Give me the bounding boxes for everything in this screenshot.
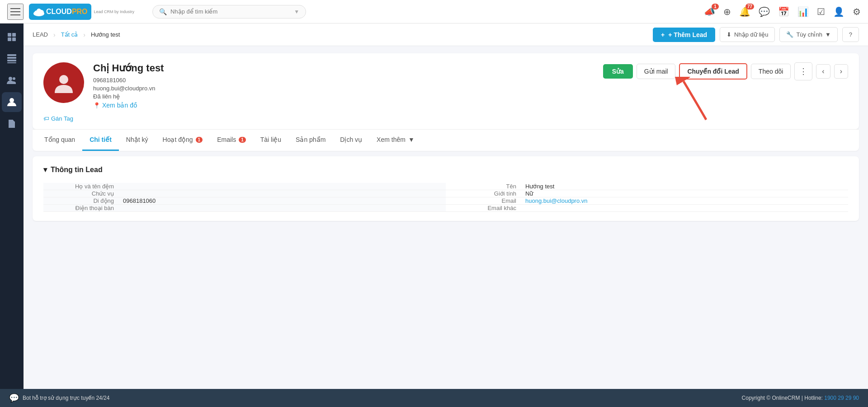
info-right-col: Tên Hướng test Giới tính Nữ Email huong.… bbox=[446, 183, 848, 212]
breadcrumb-actions: + + Thêm Lead ⬇ Nhập dữ liệu 🔧 Tùy chỉnh… bbox=[653, 27, 859, 42]
calendar-button[interactable]: 📅 bbox=[778, 6, 789, 17]
info-left-col: Họ và tên đệm Chức vụ Di động 0968181060… bbox=[43, 183, 446, 212]
label-gioi-tinh: Giới tính bbox=[453, 190, 525, 197]
top-navigation: CLOUDPRO Lead CRM by Industry 🔍 ▼ 📣 1 ⊕ … bbox=[0, 0, 868, 23]
svg-rect-9 bbox=[7, 57, 16, 59]
search-icon: 🔍 bbox=[159, 8, 167, 15]
import-button[interactable]: ⬇ Nhập dữ liệu bbox=[720, 27, 775, 42]
tab-hoatdong[interactable]: Hoạt động 1 bbox=[156, 130, 210, 151]
tab-tailieu[interactable]: Tài liệu bbox=[253, 130, 288, 151]
svg-point-14 bbox=[9, 98, 14, 103]
value-email[interactable]: huong.bui@cloudpro.vn bbox=[525, 197, 588, 204]
edit-button[interactable]: Sửa bbox=[603, 64, 633, 79]
tab-emails[interactable]: Emails 1 bbox=[210, 130, 253, 151]
map-label[interactable]: Xem bản đồ bbox=[102, 102, 137, 109]
main-content: LEAD › Tất cả › Hướng test + + Thêm Lead… bbox=[24, 23, 868, 389]
search-bar: 🔍 ▼ bbox=[152, 5, 306, 19]
svg-point-12 bbox=[9, 77, 12, 80]
profile-card: Chị Hướng test 0968181060 huong.bui@clou… bbox=[33, 53, 859, 129]
tasks-button[interactable]: ☑ bbox=[817, 6, 825, 17]
next-button[interactable]: › bbox=[834, 64, 848, 79]
tab-bar: Tổng quan Chi tiết Nhật ký Hoạt động 1 E… bbox=[33, 129, 859, 151]
follow-button[interactable]: Theo dõi bbox=[751, 64, 791, 79]
bell-badge: 77 bbox=[745, 4, 754, 9]
sidebar-item-dashboard[interactable] bbox=[2, 27, 22, 47]
add-button[interactable]: ⊕ bbox=[723, 6, 731, 17]
tab-sanpham[interactable]: Sản phẩm bbox=[288, 130, 333, 151]
tag-button[interactable]: 🏷 Gán Tag bbox=[43, 115, 848, 122]
megaphone-badge: 1 bbox=[712, 4, 719, 9]
convert-lead-button[interactable]: Chuyển đổi Lead bbox=[679, 63, 747, 80]
xemthem-dropdown-icon: ▼ bbox=[408, 136, 415, 143]
value-di-dong: 0968181060 bbox=[123, 197, 156, 204]
tab-xemthem[interactable]: Xem thêm ▼ bbox=[369, 130, 422, 151]
tab-hoatdong-badge: 1 bbox=[196, 137, 203, 143]
help-label: ? bbox=[849, 31, 852, 38]
info-row-chuc-vu: Chức vụ bbox=[43, 190, 446, 197]
megaphone-button[interactable]: 📣 1 bbox=[704, 6, 715, 17]
avatar bbox=[43, 62, 84, 103]
info-row-email: Email huong.bui@cloudpro.vn bbox=[446, 197, 848, 205]
label-dien-thoai: Điện thoại bàn bbox=[51, 205, 123, 211]
profile-phone: 0968181060 bbox=[93, 77, 603, 84]
sidebar-item-documents[interactable] bbox=[2, 114, 22, 134]
tag-area: 🏷 Gán Tag bbox=[43, 115, 848, 122]
more-options-button[interactable]: ⋮ bbox=[794, 62, 812, 80]
map-icon: 📍 bbox=[93, 102, 100, 109]
sidebar-item-grid[interactable] bbox=[2, 49, 22, 69]
logo-text: CLOUDPRO bbox=[46, 8, 88, 16]
customize-label: Tùy chỉnh bbox=[796, 31, 822, 38]
breadcrumb-current: Hướng test bbox=[91, 31, 120, 38]
settings-button[interactable]: ⚙ bbox=[853, 6, 861, 17]
label-chuc-vu: Chức vụ bbox=[51, 190, 123, 197]
search-input[interactable] bbox=[170, 8, 291, 15]
profile-map: 📍 Xem bản đồ bbox=[93, 102, 603, 109]
profile-status: Đã liên hệ bbox=[93, 93, 603, 100]
help-button[interactable]: ? bbox=[842, 27, 859, 42]
svg-point-13 bbox=[13, 77, 15, 80]
cloud-icon bbox=[33, 5, 45, 18]
breadcrumb-root: LEAD bbox=[33, 31, 48, 38]
profile-info: Chị Hướng test 0968181060 huong.bui@clou… bbox=[93, 62, 603, 109]
prev-button[interactable]: ‹ bbox=[816, 64, 830, 79]
chart-button[interactable]: 📊 bbox=[797, 6, 809, 17]
svg-rect-7 bbox=[12, 37, 16, 41]
user-button[interactable]: 👤 bbox=[833, 6, 844, 17]
logo-subtitle: Lead CRM by Industry bbox=[94, 9, 135, 14]
tab-tongquan[interactable]: Tổng quan bbox=[37, 130, 82, 151]
svg-rect-10 bbox=[7, 60, 16, 61]
value-gioi-tinh: Nữ bbox=[525, 190, 533, 197]
bell-button[interactable]: 🔔 77 bbox=[739, 6, 750, 17]
search-dropdown-icon[interactable]: ▼ bbox=[294, 9, 299, 15]
label-email: Email bbox=[453, 197, 525, 204]
svg-rect-5 bbox=[12, 33, 16, 37]
logo-area: CLOUDPRO Lead CRM by Industry bbox=[29, 4, 134, 20]
info-grid: Họ và tên đệm Chức vụ Di động 0968181060… bbox=[43, 183, 848, 212]
detail-section: ▾ Thông tin Lead Họ và tên đệm Chức vụ D… bbox=[33, 156, 859, 221]
tab-dichvu[interactable]: Dịch vụ bbox=[333, 130, 369, 151]
tab-emails-badge: 1 bbox=[239, 137, 246, 143]
send-mail-button[interactable]: Gửi mail bbox=[637, 64, 676, 79]
label-di-dong: Di động bbox=[51, 197, 123, 204]
tab-nhatky[interactable]: Nhật ký bbox=[119, 130, 156, 151]
add-lead-button[interactable]: + + Thêm Lead bbox=[653, 28, 715, 42]
svg-rect-6 bbox=[8, 37, 11, 41]
breadcrumb-all[interactable]: Tất cả bbox=[61, 31, 78, 38]
add-icon: + bbox=[661, 31, 665, 38]
sidebar-item-contacts[interactable] bbox=[2, 70, 22, 90]
profile-email: huong.bui@cloudpro.vn bbox=[93, 85, 603, 92]
info-row-dien-thoai: Điện thoại bàn bbox=[43, 205, 446, 212]
tab-chitiet[interactable]: Chi tiết bbox=[82, 130, 119, 151]
label-ho-ten: Họ và tên đệm bbox=[51, 183, 123, 190]
svg-point-18 bbox=[59, 75, 68, 84]
convert-button-container: Chuyển đổi Lead bbox=[679, 63, 747, 80]
svg-rect-15 bbox=[10, 123, 14, 124]
label-email-khac: Email khác bbox=[453, 205, 525, 211]
label-ten: Tên bbox=[453, 183, 525, 190]
chat-button[interactable]: 💬 bbox=[759, 6, 770, 17]
hamburger-button[interactable] bbox=[7, 4, 24, 20]
sidebar-item-leads[interactable] bbox=[2, 92, 22, 112]
import-label: Nhập dữ liệu bbox=[734, 31, 768, 38]
section-arrow-icon: ▾ bbox=[43, 165, 47, 174]
customize-button[interactable]: 🔧 Tùy chỉnh ▼ bbox=[779, 27, 837, 42]
